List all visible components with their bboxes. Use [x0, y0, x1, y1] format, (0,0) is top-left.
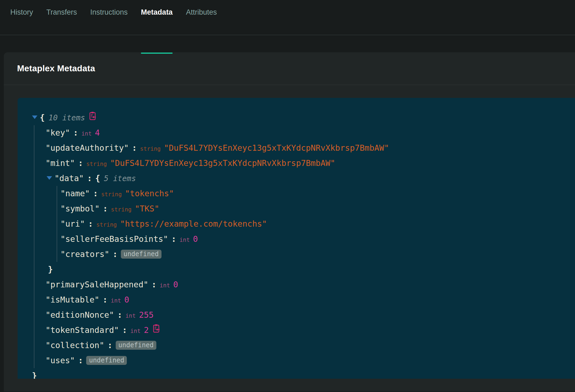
json-key: "sellerFeeBasisPoints": [60, 234, 168, 244]
active-tab-underline: [141, 53, 173, 54]
undefined-badge: undefined: [121, 250, 161, 259]
json-row: "creators":undefined: [18, 247, 575, 262]
json-row: "isMutable":int0: [18, 292, 575, 307]
json-row: "symbol":string"TKS": [18, 201, 575, 216]
json-type-label: int: [81, 130, 92, 137]
json-key: "collection": [46, 340, 104, 350]
json-colon: :: [103, 204, 108, 213]
triangle-down-icon[interactable]: [32, 115, 37, 119]
json-brace: }: [32, 371, 37, 379]
json-string-value: "TKS": [135, 204, 159, 213]
json-row: "sellerFeeBasisPoints":int0: [18, 232, 575, 247]
json-items-count: 10 items: [49, 113, 85, 122]
json-key: "updateAuthority": [46, 143, 129, 153]
copy-icon-wrap[interactable]: [153, 322, 160, 338]
json-colon: :: [117, 310, 122, 320]
json-key: "isMutable": [46, 295, 99, 304]
json-string-value: "tokenchs": [125, 189, 174, 198]
json-row: "uses":undefined: [18, 353, 575, 368]
json-colon: :: [93, 189, 98, 198]
tab-metadata[interactable]: Metadata: [141, 8, 173, 35]
json-type-label: string: [86, 161, 107, 167]
json-key: "primarySaleHappened": [46, 280, 148, 289]
json-int-value: 255: [139, 310, 154, 320]
json-key: "uri": [60, 219, 85, 229]
json-key: "mint": [46, 158, 75, 168]
json-row: "editionNonce":int255: [18, 307, 575, 323]
json-brace: {: [40, 113, 45, 122]
json-key: "name": [60, 189, 90, 198]
clipboard-copy-icon[interactable]: [153, 324, 160, 333]
json-row: {10 items: [18, 110, 575, 125]
json-int-value: 0: [173, 280, 178, 289]
json-type-label: int: [125, 313, 136, 319]
json-row: "collection":undefined: [18, 338, 575, 353]
tab-instructions[interactable]: Instructions: [90, 8, 128, 35]
triangle-down-icon[interactable]: [47, 176, 52, 180]
json-row: }: [18, 368, 575, 379]
json-type-label: string: [111, 206, 132, 213]
json-brace: {: [95, 173, 100, 183]
json-colon: :: [171, 234, 176, 244]
json-type-label: int: [179, 237, 190, 243]
json-colon: :: [151, 280, 156, 289]
json-colon: :: [87, 173, 92, 183]
json-type-label: int: [111, 297, 121, 304]
json-viewer: {10 items"key":int4"updateAuthority":str…: [18, 98, 575, 379]
json-colon: :: [78, 356, 83, 365]
tab-history[interactable]: History: [10, 8, 33, 35]
json-row: "key":int4: [18, 125, 575, 140]
json-colon: :: [122, 325, 127, 335]
json-int-value: 2: [144, 325, 149, 335]
json-row: }: [18, 262, 575, 277]
json-type-label: string: [101, 191, 122, 198]
json-int-value: 0: [193, 234, 198, 244]
json-row: "name":string"tokenchs": [18, 186, 575, 201]
json-type-label: int: [130, 328, 141, 334]
json-row: "mint":string"DuFS4L7YDYsEnXeyc13g5xTxKY…: [18, 156, 575, 171]
json-row: "primarySaleHappened":int0: [18, 277, 575, 292]
json-row: "data":{5 items: [18, 171, 575, 186]
json-key: "creators": [60, 249, 109, 259]
undefined-badge: undefined: [86, 356, 127, 365]
json-string-value: "DuFS4L7YDYsEnXeyc13g5xTxKYdcpNRvXkbrsp7…: [164, 143, 389, 153]
card-title: Metaplex Metadata: [17, 63, 95, 73]
json-colon: :: [132, 143, 137, 153]
json-row: "tokenStandard":int2: [18, 323, 575, 338]
metadata-card: Metaplex Metadata {10 items"key":int4"up…: [4, 52, 575, 391]
json-type-label: string: [140, 146, 161, 152]
indent-guide-level-1: [34, 125, 34, 368]
tab-transfers[interactable]: Transfers: [46, 8, 77, 35]
json-row: "updateAuthority":string"DuFS4L7YDYsEnXe…: [18, 140, 575, 156]
json-colon: :: [103, 295, 108, 304]
indent-guide-level-2: [57, 186, 57, 262]
json-colon: :: [113, 249, 118, 259]
json-type-label: int: [160, 282, 170, 289]
json-brace: }: [48, 265, 53, 274]
card-body: {10 items"key":int4"updateAuthority":str…: [4, 85, 575, 379]
tab-attributes[interactable]: Attributes: [186, 8, 217, 35]
undefined-badge: undefined: [116, 341, 156, 350]
json-colon: :: [78, 158, 83, 168]
json-colon: :: [73, 128, 78, 137]
json-key: "data": [54, 173, 84, 183]
clipboard-copy-icon[interactable]: [89, 112, 96, 120]
json-int-value: 4: [95, 128, 100, 137]
json-key: "symbol": [60, 204, 100, 213]
tab-bar: HistoryTransfersInstructionsMetadataAttr…: [0, 0, 575, 35]
json-colon: :: [108, 340, 112, 350]
json-items-count: 5 items: [104, 174, 136, 183]
json-int-value: 0: [124, 295, 129, 304]
json-key: "key": [46, 128, 70, 137]
card-header: Metaplex Metadata: [4, 52, 575, 85]
json-row: "uri":string"https://example.com/tokench…: [18, 216, 575, 232]
json-type-label: string: [96, 221, 117, 228]
json-key: "tokenStandard": [46, 325, 119, 335]
json-key: "editionNonce": [46, 310, 114, 320]
json-colon: :: [88, 219, 93, 229]
json-string-value: "https://example.com/tokenchs": [120, 219, 267, 229]
json-string-value: "DuFS4L7YDYsEnXeyc13g5xTxKYdcpNRvXkbrsp7…: [110, 158, 335, 168]
copy-icon-wrap[interactable]: [89, 110, 96, 125]
json-key: "uses": [46, 356, 75, 365]
